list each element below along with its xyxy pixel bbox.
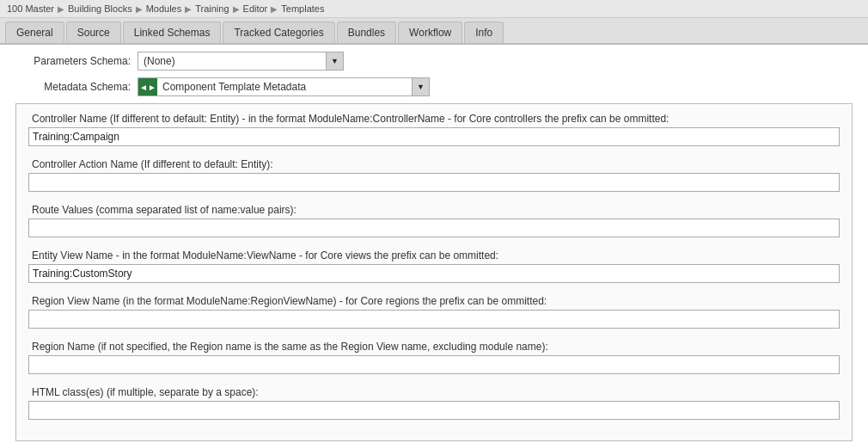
field-region-name-label: Region Name (if not specified, the Regio… [28,341,840,353]
breadcrumb-sep-0: ▶ [58,4,64,14]
field-controller-action: Controller Action Name (If different to … [28,158,840,192]
field-route-values: Route Values (comma separated list of na… [28,204,840,237]
parameters-schema-value: (None) [138,55,326,67]
parameters-schema-select[interactable]: (None) ▼ [138,52,344,71]
field-controller-name: Controller Name (If different to default… [28,113,840,146]
breadcrumb-sep-4: ▶ [271,4,278,14]
field-route-values-label: Route Values (comma separated list of na… [28,204,840,216]
breadcrumb-item-0[interactable]: 100 Master [7,3,54,14]
field-region-name: Region Name (if not specified, the Regio… [28,341,840,374]
metadata-schema-row: Metadata Schema: ◄► Component Template M… [10,77,858,96]
field-html-classes: HTML class(es) (if multiple, separate by… [28,386,840,420]
metadata-schema-select[interactable]: ◄► Component Template Metadata ▼ [138,77,430,96]
field-route-values-input[interactable] [28,218,840,237]
field-entity-view-name-input[interactable] [28,264,840,283]
parameters-schema-row: Parameters Schema: (None) ▼ [10,52,858,71]
field-entity-view-name: Entity View Name - in the format ModuleN… [28,249,840,283]
metadata-icon: ◄► [138,78,157,95]
metadata-dropdown-arrow[interactable]: ▼ [412,78,429,95]
breadcrumb-item-3[interactable]: Training [195,3,229,14]
parameters-dropdown-arrow[interactable]: ▼ [326,52,343,70]
breadcrumb-sep-1: ▶ [136,4,143,14]
breadcrumb: 100 Master ▶ Building Blocks ▶ Modules ▶… [0,0,868,18]
breadcrumb-item-2[interactable]: Modules [146,3,182,14]
field-controller-action-input[interactable] [28,173,840,192]
field-region-view-name-input[interactable] [28,310,840,329]
tab-general[interactable]: General [5,22,64,43]
field-controller-name-input[interactable] [28,127,840,146]
field-region-view-name: Region View Name (in the format ModuleNa… [28,295,840,329]
breadcrumb-item-5[interactable]: Templates [281,3,324,14]
tab-bar: General Source Linked Schemas Tracked Ca… [0,18,868,44]
metadata-schema-label: Metadata Schema: [10,81,131,93]
tab-bundles[interactable]: Bundles [337,22,396,43]
page-content: Parameters Schema: (None) ▼ Metadata Sch… [0,44,868,443]
tab-workflow[interactable]: Workflow [398,22,462,43]
field-controller-action-label: Controller Action Name (If different to … [28,158,840,170]
breadcrumb-sep-3: ▶ [233,4,240,14]
field-entity-view-name-label: Entity View Name - in the format ModuleN… [28,249,840,261]
field-html-classes-input[interactable] [28,401,840,420]
field-region-view-name-label: Region View Name (in the format ModuleNa… [28,295,840,307]
field-region-name-input[interactable] [28,355,840,374]
field-html-classes-label: HTML class(es) (if multiple, separate by… [28,386,840,398]
tab-tracked-categories[interactable]: Tracked Categories [223,22,334,43]
metadata-schema-value: Component Template Metadata [157,81,412,93]
tab-linked-schemas[interactable]: Linked Schemas [123,22,222,43]
tab-info[interactable]: Info [464,22,504,43]
field-controller-name-label: Controller Name (If different to default… [28,113,840,125]
breadcrumb-item-4[interactable]: Editor [243,3,268,14]
main-panel: Controller Name (If different to default… [15,103,853,441]
breadcrumb-item-1[interactable]: Building Blocks [68,3,132,14]
breadcrumb-sep-2: ▶ [185,4,192,14]
tab-source[interactable]: Source [66,22,121,43]
parameters-schema-label: Parameters Schema: [10,55,131,67]
